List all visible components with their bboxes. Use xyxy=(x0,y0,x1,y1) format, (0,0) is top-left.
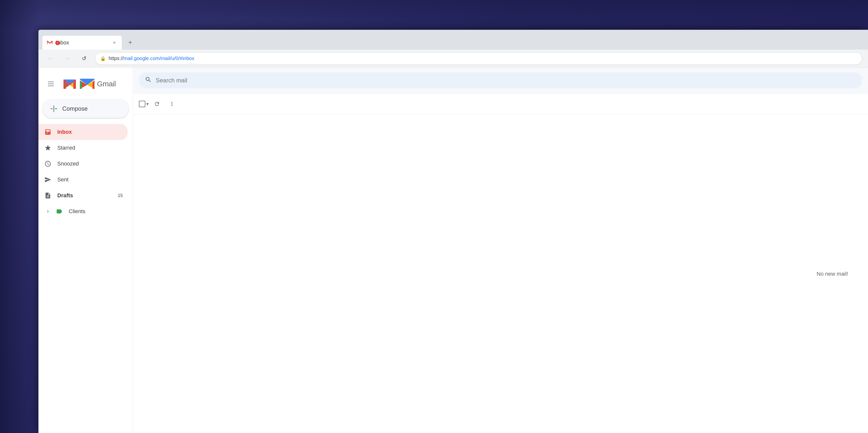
url-path: /mail/u/0/#inbox xyxy=(160,56,194,61)
back-button[interactable]: ← xyxy=(44,53,56,64)
browser-window: 0 Inbox × + ← → ↺ 🔒 https://mail.google.… xyxy=(38,30,868,433)
tab-bar: 0 Inbox × + xyxy=(42,36,137,50)
search-area xyxy=(133,67,868,93)
monitor-left-shadow xyxy=(0,0,40,433)
empty-state-message: No new mail! xyxy=(817,271,848,277)
address-bar[interactable]: 🔒 https://mail.google.com/mail/u/0/#inbo… xyxy=(95,52,862,65)
select-all-checkbox[interactable] xyxy=(139,101,145,107)
snoozed-label: Snoozed xyxy=(57,161,79,167)
inbox-label: Inbox xyxy=(57,129,72,135)
tab-favicon: 0 xyxy=(46,39,53,46)
sidebar-item-sent[interactable]: Sent xyxy=(38,172,128,187)
sidebar-item-inbox[interactable]: Inbox xyxy=(38,124,128,140)
hamburger-line-1 xyxy=(48,82,54,82)
forward-button[interactable]: → xyxy=(61,53,73,64)
starred-icon xyxy=(43,143,52,152)
search-icon xyxy=(145,76,152,85)
hamburger-line-2 xyxy=(48,84,54,84)
url-display: https://mail.google.com/mail/u/0/#inbox xyxy=(108,56,857,61)
compose-label: Compose xyxy=(62,105,88,112)
clients-expand-icon xyxy=(43,207,52,216)
clients-label-icon xyxy=(55,207,64,216)
sent-icon xyxy=(43,175,52,184)
monitor-bezel: 0 Inbox × + ← → ↺ 🔒 https://mail.google.… xyxy=(0,0,868,433)
inbox-icon xyxy=(43,127,52,137)
tab-title: Inbox xyxy=(56,39,108,46)
chrome-titlebar: 0 Inbox × + xyxy=(38,30,868,50)
browser-content: Gmail Compose xyxy=(38,67,868,433)
sidebar-item-drafts[interactable]: Drafts 15 xyxy=(38,187,128,203)
compose-button[interactable]: Compose xyxy=(42,99,129,118)
gmail-m-logo xyxy=(62,77,77,91)
select-all-area[interactable]: ▾ xyxy=(139,101,149,107)
email-content-area: No new mail! xyxy=(133,115,868,433)
email-toolbar: ▾ xyxy=(133,93,868,115)
gmail-sidebar: Gmail Compose xyxy=(38,67,133,433)
select-dropdown-icon[interactable]: ▾ xyxy=(146,101,149,107)
lock-icon: 🔒 xyxy=(100,56,106,61)
clients-label: Clients xyxy=(69,208,85,214)
gmail-wordmark: Gmail xyxy=(97,80,116,88)
drafts-label: Drafts xyxy=(57,192,73,199)
gmail-logo-svg xyxy=(80,78,94,90)
sent-label: Sent xyxy=(57,176,68,183)
gmail-header: Gmail xyxy=(38,73,133,99)
gmail-main: ▾ No new mail! xyxy=(133,67,868,433)
sidebar-item-snoozed[interactable]: Snoozed xyxy=(38,156,128,172)
hamburger-line-3 xyxy=(48,86,54,86)
tab-close-button[interactable]: × xyxy=(111,39,118,46)
url-domain: mail.google.com xyxy=(124,56,160,61)
chrome-addressbar: ← → ↺ 🔒 https://mail.google.com/mail/u/0… xyxy=(38,50,868,67)
active-tab[interactable]: 0 Inbox × xyxy=(42,36,122,50)
drafts-badge: 15 xyxy=(118,193,123,198)
more-options-button[interactable] xyxy=(165,97,178,110)
snoozed-icon xyxy=(43,159,52,168)
search-input[interactable] xyxy=(156,77,856,84)
tab-badge: 0 xyxy=(55,41,60,45)
hamburger-menu-button[interactable] xyxy=(44,78,57,90)
gmail-logo: Gmail xyxy=(62,77,116,91)
drafts-icon xyxy=(43,191,52,200)
reload-button[interactable]: ↺ xyxy=(78,53,90,64)
starred-label: Starred xyxy=(57,145,75,151)
refresh-button[interactable] xyxy=(151,97,163,110)
monitor-top-shadow xyxy=(0,0,868,30)
search-bar[interactable] xyxy=(139,73,862,88)
compose-plus-icon xyxy=(49,104,58,113)
sidebar-item-starred[interactable]: Starred xyxy=(38,140,128,156)
sidebar-item-clients[interactable]: Clients xyxy=(38,203,128,219)
new-tab-button[interactable]: + xyxy=(124,36,137,49)
